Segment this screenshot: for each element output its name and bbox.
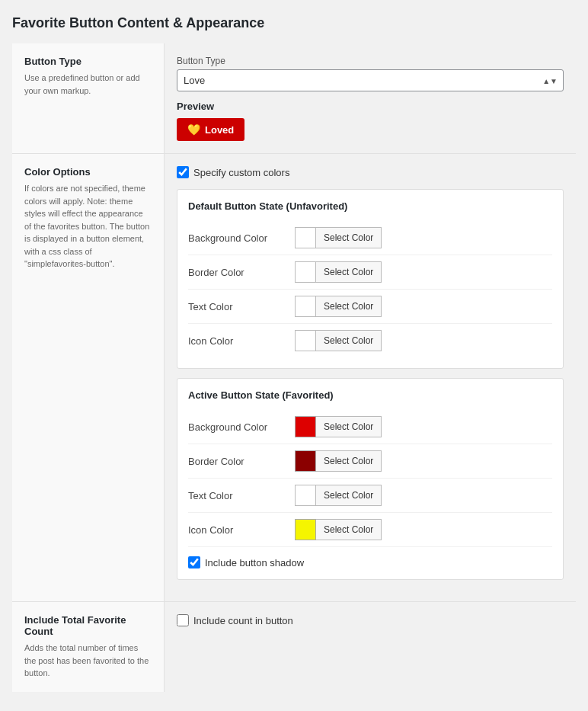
default-bg-color-row: Background Color Select Color <box>188 221 552 255</box>
active-text-color-select-btn[interactable]: Select Color <box>316 485 382 506</box>
include-shadow-row: Include button shadow <box>188 556 552 568</box>
default-icon-color-select-btn[interactable]: Select Color <box>316 330 382 351</box>
include-shadow-checkbox[interactable] <box>188 556 200 568</box>
default-text-color-input-group: Select Color <box>295 296 382 317</box>
specify-custom-row: Specify custom colors <box>177 166 564 178</box>
active-bg-color-select-btn[interactable]: Select Color <box>316 416 382 437</box>
default-text-color-swatch[interactable] <box>295 296 316 317</box>
page-title: Favorite Button Content & Appearance <box>12 15 576 31</box>
heart-icon: 💛 <box>187 123 200 136</box>
specify-custom-checkbox[interactable] <box>177 166 189 178</box>
button-type-select[interactable]: Love Like Favorite Star <box>177 69 564 91</box>
default-bg-color-swatch[interactable] <box>295 227 316 248</box>
active-bg-color-label: Background Color <box>188 421 295 433</box>
count-label-desc: Adds the total number of times the post … <box>24 642 152 680</box>
default-bg-color-label: Background Color <box>188 232 295 244</box>
count-section-row: Include Total Favorite Count Adds the to… <box>12 602 576 692</box>
count-label-title: Include Total Favorite Count <box>24 614 152 637</box>
specify-custom-label[interactable]: Specify custom colors <box>193 167 289 178</box>
include-count-row: Include count in button <box>177 614 564 626</box>
color-options-row: Color Options If colors are not specifie… <box>12 154 576 602</box>
active-state-section: Active Button State (Favorited) Backgrou… <box>177 378 564 580</box>
active-icon-color-label: Icon Color <box>188 524 295 536</box>
button-type-field-label: Button Type <box>177 56 564 66</box>
active-border-color-label: Border Color <box>188 456 295 467</box>
active-bg-color-swatch[interactable] <box>295 416 316 437</box>
default-icon-color-input-group: Select Color <box>295 330 382 351</box>
active-bg-color-input-group: Select Color <box>295 416 382 437</box>
default-icon-color-label: Icon Color <box>188 335 295 347</box>
default-border-color-input-group: Select Color <box>295 261 382 283</box>
preview-label: Preview <box>177 101 564 112</box>
active-text-color-swatch[interactable] <box>295 485 316 506</box>
active-icon-color-swatch[interactable] <box>295 519 316 540</box>
active-icon-color-row: Icon Color Select Color <box>188 513 552 547</box>
active-text-color-row: Text Color Select Color <box>188 479 552 513</box>
default-text-color-row: Text Color Select Color <box>188 290 552 324</box>
default-border-color-swatch[interactable] <box>295 261 316 283</box>
default-bg-color-input-group: Select Color <box>295 227 382 248</box>
active-state-title: Active Button State (Favorited) <box>188 389 552 401</box>
default-icon-color-row: Icon Color Select Color <box>188 324 552 357</box>
active-border-color-swatch[interactable] <box>295 450 316 472</box>
color-options-content-col: Specify custom colors Default Button Sta… <box>165 154 576 601</box>
preview-button: 💛 Loved <box>177 118 244 141</box>
default-state-title: Default Button State (Unfavorited) <box>188 200 552 212</box>
include-shadow-label[interactable]: Include button shadow <box>205 557 304 568</box>
active-icon-color-select-btn[interactable]: Select Color <box>316 519 382 540</box>
include-count-checkbox[interactable] <box>177 614 189 626</box>
default-border-color-label: Border Color <box>188 267 295 278</box>
default-bg-color-select-btn[interactable]: Select Color <box>316 227 382 248</box>
active-text-color-input-group: Select Color <box>295 485 382 506</box>
count-content-col: Include count in button <box>165 602 576 692</box>
active-bg-color-row: Background Color Select Color <box>188 410 552 444</box>
color-options-label-desc: If colors are not specified, theme color… <box>24 182 152 271</box>
active-border-color-row: Border Color Select Color <box>188 444 552 479</box>
default-border-color-select-btn[interactable]: Select Color <box>316 261 382 283</box>
active-icon-color-input-group: Select Color <box>295 519 382 540</box>
count-label-col: Include Total Favorite Count Adds the to… <box>12 602 165 692</box>
button-type-row: Button Type Use a predefined button or a… <box>12 43 576 154</box>
active-border-color-select-btn[interactable]: Select Color <box>316 450 382 472</box>
button-type-label-col: Button Type Use a predefined button or a… <box>12 43 165 153</box>
include-count-label[interactable]: Include count in button <box>193 615 293 626</box>
default-text-color-select-btn[interactable]: Select Color <box>316 296 382 317</box>
default-text-color-label: Text Color <box>188 301 295 312</box>
active-border-color-input-group: Select Color <box>295 450 382 472</box>
default-icon-color-swatch[interactable] <box>295 330 316 351</box>
active-text-color-label: Text Color <box>188 490 295 501</box>
button-type-label-desc: Use a predefined button or add your own … <box>24 72 152 97</box>
color-options-label-title: Color Options <box>24 166 152 178</box>
color-options-label-col: Color Options If colors are not specifie… <box>12 154 165 601</box>
preview-button-text: Loved <box>205 124 234 136</box>
button-type-label-title: Button Type <box>24 56 152 67</box>
default-border-color-row: Border Color Select Color <box>188 255 552 290</box>
button-type-content-col: Button Type Love Like Favorite Star ▲▼ P… <box>165 43 576 153</box>
button-type-select-wrapper: Love Like Favorite Star ▲▼ <box>177 69 564 91</box>
default-state-section: Default Button State (Unfavorited) Backg… <box>177 189 564 369</box>
